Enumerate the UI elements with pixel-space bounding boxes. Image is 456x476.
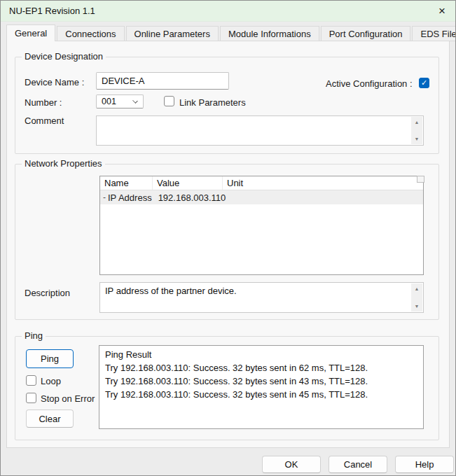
active-configuration-label: Active Configuration : bbox=[326, 78, 413, 89]
network-properties-table[interactable]: Name Value Unit - IP Address 192.168.003… bbox=[99, 176, 424, 275]
ping-group-label: Ping bbox=[22, 330, 46, 341]
ping-button-label: Ping bbox=[41, 354, 59, 364]
description-label: Description bbox=[25, 288, 70, 298]
column-header-name[interactable]: Name bbox=[100, 176, 153, 190]
table-header-row: Name Value Unit bbox=[100, 176, 423, 190]
ping-group: Ping Ping Loop Stop on Error Clear Ping … bbox=[15, 336, 439, 440]
active-configuration-checkbox[interactable]: ✓ bbox=[419, 78, 429, 88]
help-button-label: Help bbox=[415, 459, 434, 470]
clear-button[interactable]: Clear bbox=[26, 410, 74, 428]
check-icon: ✓ bbox=[421, 79, 427, 87]
ok-button[interactable]: OK bbox=[262, 456, 321, 473]
tab-bar: General Connections Online Parameters Mo… bbox=[6, 24, 450, 41]
description-textarea[interactable]: IP address of the partner device. ▲ ▼ bbox=[99, 282, 424, 313]
row-value: 192.168.003.110 bbox=[152, 192, 226, 203]
cancel-button[interactable]: Cancel bbox=[329, 456, 387, 473]
column-header-value[interactable]: Value bbox=[153, 176, 223, 190]
device-name-value: DEVICE-A bbox=[102, 76, 144, 86]
window-title: NU-EP1 Revision 1.1 bbox=[9, 6, 95, 16]
link-parameters-label: Link Parameters bbox=[179, 97, 246, 108]
ping-result-line: Ping Result bbox=[105, 348, 417, 361]
scroll-up-icon[interactable]: ▲ bbox=[415, 117, 420, 127]
number-select[interactable]: 001 bbox=[96, 94, 144, 108]
tab-eds-file[interactable]: EDS File bbox=[412, 26, 456, 41]
general-tab-page: Device Designation Device Name : DEVICE-… bbox=[6, 41, 450, 448]
comment-label: Comment bbox=[25, 115, 64, 126]
ping-result-line: Try 192.168.003.110: Success. 32 bytes s… bbox=[105, 374, 417, 388]
number-label: Number : bbox=[25, 97, 62, 108]
loop-checkbox[interactable] bbox=[26, 375, 36, 386]
network-properties-group: Network Properties Name Value Unit - IP … bbox=[15, 164, 439, 320]
clear-button-label: Clear bbox=[39, 414, 60, 424]
tab-connections[interactable]: Connections bbox=[57, 26, 124, 41]
stop-on-error-label: Stop on Error bbox=[41, 393, 95, 404]
ping-result-line: Try 192.168.003.110: Success. 32 bytes s… bbox=[105, 361, 417, 374]
stop-on-error-checkbox[interactable] bbox=[26, 393, 36, 403]
link-parameters-checkbox[interactable] bbox=[164, 96, 174, 106]
device-designation-group-label: Device Designation bbox=[22, 51, 106, 62]
scroll-up-icon[interactable]: ▲ bbox=[415, 284, 420, 294]
ping-button[interactable]: Ping bbox=[26, 349, 74, 368]
dialog-window: NU-EP1 Revision 1.1 × General Connection… bbox=[0, 0, 456, 476]
table-row[interactable]: - IP Address 192.168.003.110 bbox=[100, 190, 423, 204]
tab-port-configuration[interactable]: Port Configuration bbox=[321, 26, 411, 41]
comment-textarea[interactable]: ▲ ▼ bbox=[96, 115, 424, 146]
comment-scrollbar[interactable]: ▲ ▼ bbox=[411, 117, 422, 144]
number-value: 001 bbox=[102, 97, 116, 106]
tab-module-informations[interactable]: Module Informations bbox=[220, 26, 319, 41]
network-properties-group-label: Network Properties bbox=[22, 158, 105, 169]
tab-general[interactable]: General bbox=[6, 24, 55, 41]
table-corner-button[interactable] bbox=[417, 176, 424, 183]
loop-label: Loop bbox=[41, 376, 61, 386]
description-scrollbar[interactable]: ▲ ▼ bbox=[411, 284, 422, 312]
ping-result-line: Try 192.168.003.110: Success. 32 bytes s… bbox=[105, 388, 417, 401]
title-bar: NU-EP1 Revision 1.1 × bbox=[1, 1, 455, 22]
scroll-down-icon[interactable]: ▼ bbox=[415, 301, 420, 312]
close-icon[interactable]: × bbox=[429, 1, 455, 21]
device-designation-group: Device Designation Device Name : DEVICE-… bbox=[15, 57, 439, 154]
ok-button-label: OK bbox=[285, 459, 298, 470]
ping-result-box[interactable]: Ping Result Try 192.168.003.110: Success… bbox=[99, 345, 424, 429]
device-name-input[interactable]: DEVICE-A bbox=[96, 72, 229, 90]
tree-collapse-icon[interactable]: - bbox=[100, 192, 108, 202]
chevron-down-icon bbox=[132, 98, 138, 104]
tab-online-parameters[interactable]: Online Parameters bbox=[126, 26, 219, 41]
device-name-label: Device Name : bbox=[25, 77, 84, 88]
scroll-down-icon[interactable]: ▼ bbox=[415, 134, 420, 144]
help-button[interactable]: Help bbox=[395, 456, 454, 473]
row-name: IP Address bbox=[108, 192, 152, 203]
description-value: IP address of the partner device. bbox=[105, 285, 408, 297]
cancel-button-label: Cancel bbox=[344, 459, 372, 470]
column-header-unit[interactable]: Unit bbox=[223, 176, 423, 190]
